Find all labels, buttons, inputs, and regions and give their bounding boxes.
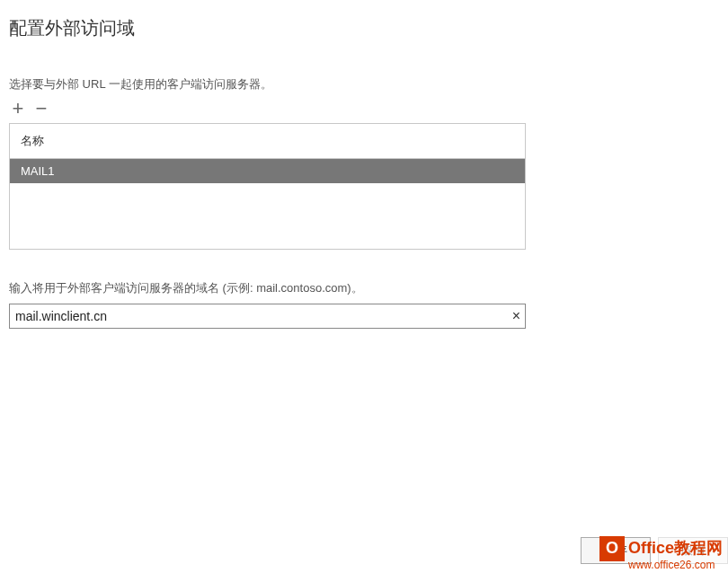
- remove-icon[interactable]: −: [32, 100, 50, 118]
- domain-input-wrapper: ×: [9, 304, 526, 329]
- column-header-name[interactable]: 名称: [10, 124, 525, 159]
- cancel-button[interactable]: 取消: [658, 537, 728, 564]
- server-list-table: 名称 MAIL1: [9, 123, 526, 250]
- server-select-description: 选择要与外部 URL 一起使用的客户端访问服务器。: [9, 76, 719, 93]
- save-button[interactable]: 保存: [581, 537, 651, 564]
- table-row[interactable]: MAIL1: [10, 159, 525, 183]
- server-toolbar: + −: [9, 100, 719, 118]
- domain-input-description: 输入将用于外部客户端访问服务器的域名 (示例: mail.contoso.com…: [9, 280, 719, 296]
- page-title: 配置外部访问域: [9, 16, 719, 40]
- domain-input[interactable]: [9, 304, 526, 329]
- add-icon[interactable]: +: [9, 100, 27, 118]
- dialog-footer: 保存 取消: [581, 537, 728, 564]
- clear-icon[interactable]: ×: [512, 309, 520, 323]
- server-list-body[interactable]: MAIL1: [10, 159, 525, 249]
